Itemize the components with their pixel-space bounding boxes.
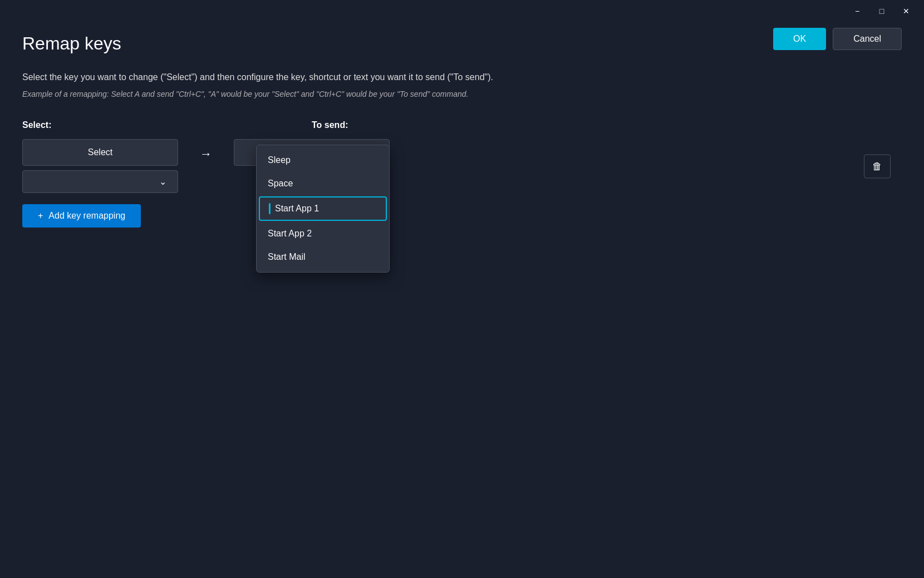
maximize-button[interactable]: □ — [873, 2, 891, 20]
minimize-button[interactable]: − — [848, 2, 866, 20]
add-key-remapping-button[interactable]: + Add key remapping — [22, 204, 141, 228]
example-text: Example of a remapping: Select A and sen… — [22, 88, 902, 100]
dropdown-item-start-app-2[interactable]: Start App 2 — [257, 222, 389, 245]
selected-indicator — [269, 203, 271, 214]
arrow-icon: → — [200, 147, 212, 161]
ok-button[interactable]: OK — [773, 28, 826, 50]
delete-remap-button[interactable]: 🗑 — [864, 154, 891, 178]
header-actions: OK Cancel — [773, 28, 902, 50]
add-remapping-label: Add key remapping — [48, 211, 125, 221]
close-button[interactable]: ✕ — [897, 2, 915, 20]
columns-header: Select: To send: — [22, 120, 902, 130]
arrow-column: → — [178, 139, 234, 161]
dropdown-menu: Sleep Space Start App 1 Start App 2 Star… — [256, 145, 390, 273]
select-column-label: Select: — [22, 120, 267, 130]
dropdown-item-start-app-2-label: Start App 2 — [268, 229, 312, 239]
plus-icon: + — [38, 211, 43, 221]
cancel-button[interactable]: Cancel — [833, 28, 902, 50]
main-content: Remap keys Select the key you want to ch… — [0, 22, 924, 239]
dropdown-item-start-app-1[interactable]: Start App 1 — [259, 196, 387, 221]
dropdown-item-sleep-label: Sleep — [268, 155, 291, 165]
select-column: Select ⌄ — [22, 139, 178, 193]
dropdown-item-start-app-1-label: Start App 1 — [275, 204, 319, 214]
dropdown-item-start-mail[interactable]: Start Mail — [257, 245, 389, 269]
dropdown-item-space[interactable]: Space — [257, 172, 389, 195]
chevron-down-icon: ⌄ — [159, 176, 166, 187]
select-dropdown-chevron[interactable]: ⌄ — [22, 170, 178, 193]
select-key-button[interactable]: Select — [22, 139, 178, 166]
title-bar: − □ ✕ — [0, 0, 924, 22]
dropdown-item-start-mail-label: Start Mail — [268, 252, 306, 262]
page-title: Remap keys — [22, 33, 902, 54]
to-send-column-label: To send: — [312, 120, 348, 130]
dropdown-item-space-label: Space — [268, 179, 293, 189]
description-text: Select the key you want to change ("Sele… — [22, 71, 902, 84]
dropdown-item-sleep[interactable]: Sleep — [257, 149, 389, 172]
